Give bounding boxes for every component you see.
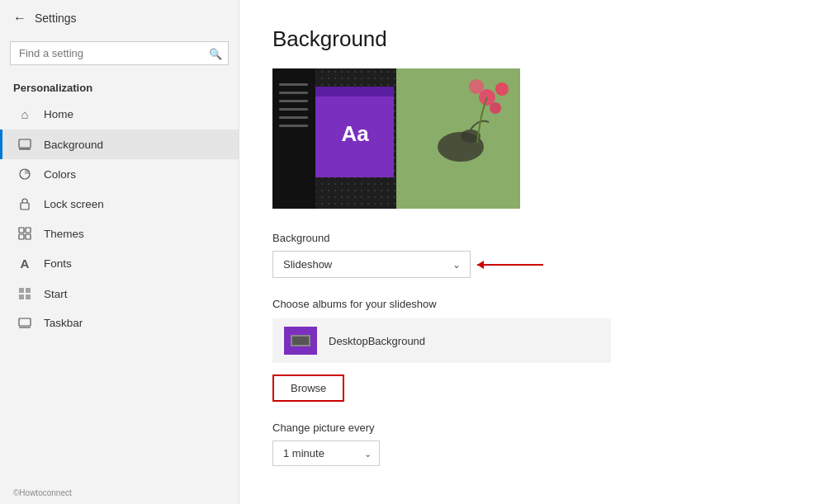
search-input[interactable]	[10, 41, 229, 65]
sidebar-footer: ©Howtoconnect	[0, 482, 239, 504]
sidebar-item-home[interactable]: ⌂ Home	[0, 99, 239, 130]
svg-rect-5	[26, 228, 31, 233]
lock-screen-icon	[16, 197, 34, 210]
album-thumbnail	[284, 327, 317, 355]
sidebar-item-fonts[interactable]: A Fonts	[0, 248, 239, 279]
sidebar-header: ← Settings	[0, 0, 239, 36]
sidebar-nav: ⌂ Home Background Colors	[0, 99, 239, 337]
sidebar-item-themes[interactable]: Themes	[0, 219, 239, 248]
search-box[interactable]: 🔍	[10, 41, 229, 65]
colors-icon	[16, 167, 34, 181]
minute-dropdown[interactable]: 1 minute 10 minutes 30 minutes 1 hour 6 …	[272, 440, 380, 466]
svg-rect-11	[26, 294, 31, 299]
svg-rect-23	[279, 116, 308, 119]
svg-rect-1	[19, 148, 31, 150]
sidebar-item-lock-screen-label: Lock screen	[44, 198, 104, 210]
album-item: DesktopBackground	[272, 318, 611, 363]
svg-rect-18	[272, 68, 315, 209]
sidebar-item-background-label: Background	[44, 139, 103, 151]
section-label: Personalization	[0, 75, 239, 99]
background-preview: Aa	[272, 68, 520, 209]
svg-point-33	[490, 102, 501, 114]
svg-rect-13	[19, 327, 31, 328]
sidebar-item-themes-label: Themes	[44, 228, 84, 240]
back-button[interactable]: ←	[13, 11, 26, 26]
browse-button[interactable]: Browse	[272, 374, 344, 402]
svg-rect-9	[26, 288, 31, 293]
sidebar: ← Settings 🔍 Personalization ⌂ Home Back…	[0, 0, 239, 504]
annotation-line	[477, 264, 543, 266]
sidebar-item-start-label: Start	[44, 288, 68, 300]
svg-rect-10	[19, 294, 24, 299]
svg-rect-27	[315, 87, 394, 97]
themes-icon	[16, 227, 34, 240]
svg-rect-8	[19, 288, 24, 293]
album-thumb-inner	[291, 335, 310, 346]
svg-rect-24	[279, 125, 308, 127]
sidebar-item-background[interactable]: Background	[0, 130, 239, 159]
slideshow-section-label: Choose albums for your slideshow	[272, 298, 805, 310]
sidebar-item-fonts-label: Fonts	[44, 257, 72, 270]
start-icon	[16, 287, 34, 300]
svg-rect-7	[26, 234, 31, 239]
sidebar-item-colors-label: Colors	[44, 168, 76, 181]
svg-point-31	[495, 82, 509, 96]
sidebar-item-lock-screen[interactable]: Lock screen	[0, 189, 239, 219]
svg-rect-0	[19, 139, 31, 148]
background-dropdown[interactable]: Picture Solid color Slideshow	[272, 251, 471, 278]
svg-rect-3	[21, 203, 29, 210]
svg-rect-4	[19, 228, 24, 233]
sidebar-item-colors[interactable]: Colors	[0, 159, 239, 189]
svg-point-32	[469, 79, 484, 94]
background-dropdown-container: Picture Solid color Slideshow ⌄	[272, 251, 805, 278]
preview-background: Aa	[272, 68, 520, 209]
taskbar-icon	[16, 318, 34, 329]
minute-dropdown-container: 1 minute 10 minutes 30 minutes 1 hour 6 …	[272, 440, 380, 466]
background-field-label: Background	[272, 232, 805, 244]
home-icon: ⌂	[16, 107, 34, 121]
svg-rect-19	[279, 83, 308, 86]
sidebar-item-taskbar[interactable]: Taskbar	[0, 309, 239, 337]
search-icon: 🔍	[209, 47, 222, 59]
sidebar-item-taskbar-label: Taskbar	[44, 317, 83, 329]
album-name: DesktopBackground	[329, 335, 425, 347]
app-title: Settings	[35, 12, 77, 25]
svg-rect-6	[19, 234, 24, 239]
background-icon	[16, 138, 34, 151]
svg-text:Aa: Aa	[341, 121, 369, 146]
sidebar-item-start[interactable]: Start	[0, 279, 239, 309]
change-picture-label: Change picture every	[272, 422, 805, 434]
page-title: Background	[272, 26, 805, 52]
sidebar-item-home-label: Home	[44, 108, 73, 120]
main-content: Background	[239, 0, 838, 504]
svg-rect-12	[19, 318, 31, 326]
svg-rect-22	[279, 108, 308, 111]
svg-rect-20	[279, 92, 308, 94]
annotation-arrow	[477, 264, 543, 266]
fonts-icon: A	[16, 257, 34, 271]
svg-rect-21	[279, 100, 308, 102]
